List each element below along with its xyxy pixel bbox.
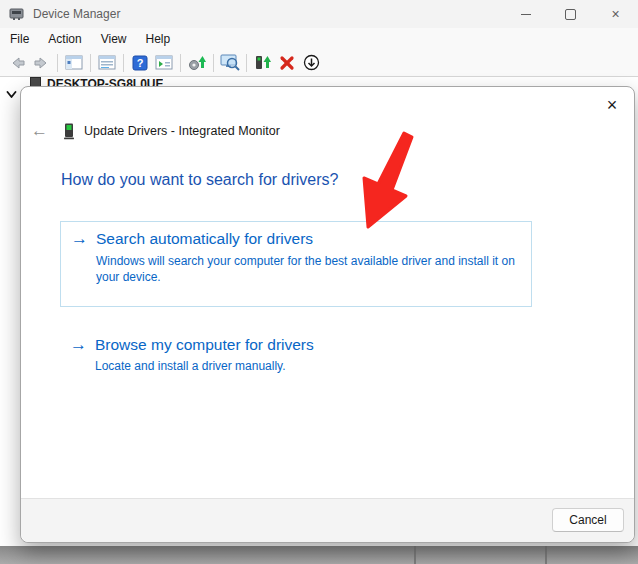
arrow-right-icon: → <box>70 336 87 354</box>
tree-collapse-chevron-icon[interactable] <box>6 85 17 103</box>
option-title: Search automatically for drivers <box>96 230 313 248</box>
minimize-button[interactable] <box>503 0 548 28</box>
background-divider-line <box>414 546 416 564</box>
dialog-close-button[interactable]: × <box>599 92 625 118</box>
action-pane-icon[interactable] <box>153 52 175 74</box>
option-search-automatically[interactable]: → Search automatically for drivers Windo… <box>60 221 532 307</box>
menu-help[interactable]: Help <box>137 29 180 49</box>
toolbar: ? <box>0 49 638 77</box>
window-title: Device Manager <box>33 7 120 21</box>
toolbar-separator <box>213 54 214 72</box>
toolbar-separator <box>246 54 247 72</box>
scan-hardware-icon[interactable] <box>219 52 241 74</box>
integrated-monitor-icon <box>63 123 75 140</box>
option-browse-computer[interactable]: → Browse my computer for drivers Locate … <box>60 333 532 393</box>
maximize-button[interactable] <box>548 0 593 28</box>
uninstall-device-icon[interactable] <box>276 52 298 74</box>
toolbar-separator <box>123 54 124 72</box>
menu-bar: File Action View Help <box>0 28 638 49</box>
help-icon[interactable]: ? <box>129 52 151 74</box>
dialog-close-icon: × <box>607 95 618 116</box>
background-divider-line <box>545 546 547 564</box>
tree-root-item[interactable]: DESKTOP-SG8L0UE <box>30 77 163 86</box>
close-button[interactable]: × <box>593 0 638 28</box>
device-manager-app-icon <box>9 7 25 22</box>
menu-action[interactable]: Action <box>39 29 90 49</box>
close-icon: × <box>611 6 619 22</box>
option-title: Browse my computer for drivers <box>95 336 314 354</box>
update-driver-gear-icon[interactable] <box>186 52 208 74</box>
dialog-heading: How do you want to search for drivers? <box>61 171 338 189</box>
update-drivers-dialog: × ← Update Drivers - Integrated Monitor … <box>20 86 635 543</box>
computer-icon <box>30 77 41 86</box>
back-icon[interactable] <box>6 52 28 74</box>
background-bottom-strip <box>0 546 638 564</box>
screen: Device Manager × File Action View Help <box>0 0 638 564</box>
menu-file[interactable]: File <box>1 29 38 49</box>
dialog-title: Update Drivers - Integrated Monitor <box>84 124 280 138</box>
toolbar-separator <box>57 54 58 72</box>
tree-root-label: DESKTOP-SG8L0UE <box>47 77 163 86</box>
device-manager-titlebar: Device Manager × <box>0 0 638 28</box>
arrow-right-icon: → <box>71 230 88 248</box>
toolbar-separator <box>180 54 181 72</box>
option-description: Windows will search your computer for th… <box>96 253 528 285</box>
tree-view-icon[interactable] <box>63 52 85 74</box>
menu-view[interactable]: View <box>92 29 136 49</box>
dialog-footer: Cancel <box>21 498 634 542</box>
update-driver-device-icon[interactable] <box>252 52 274 74</box>
cancel-button[interactable]: Cancel <box>552 508 624 532</box>
svg-text:?: ? <box>137 57 144 69</box>
minimize-icon <box>521 14 531 15</box>
option-description: Locate and install a driver manually. <box>95 358 527 374</box>
maximize-icon <box>565 9 576 20</box>
dialog-header: ← Update Drivers - Integrated Monitor <box>31 121 280 141</box>
forward-icon[interactable] <box>30 52 52 74</box>
dialog-back-button[interactable]: ← <box>31 121 51 141</box>
disable-device-icon[interactable] <box>300 52 322 74</box>
toolbar-separator <box>90 54 91 72</box>
properties-icon[interactable] <box>96 52 118 74</box>
